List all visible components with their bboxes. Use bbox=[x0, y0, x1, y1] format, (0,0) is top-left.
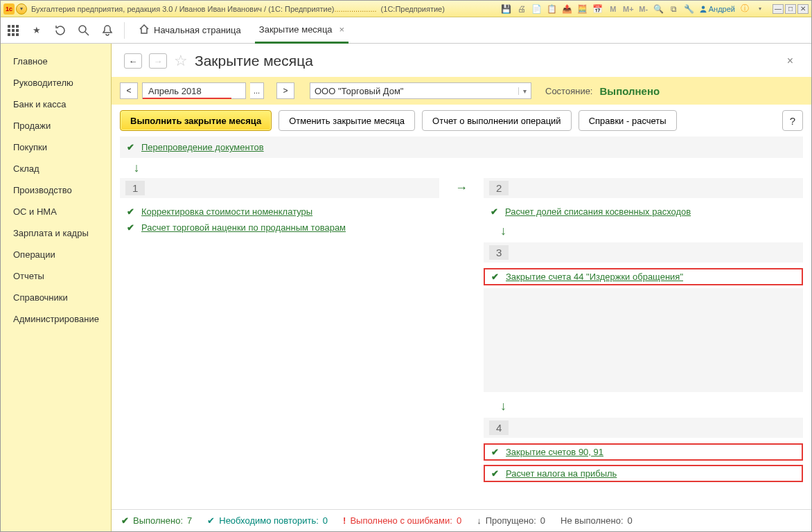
workflow-column-right: 2 ✔ Расчет долей списания косвенных расх… bbox=[484, 178, 803, 482]
svg-rect-7 bbox=[8, 33, 10, 36]
sidebar-item-salary[interactable]: Зарплата и кадры bbox=[1, 222, 111, 244]
maximize-button[interactable]: □ bbox=[785, 4, 796, 14]
doc-icon[interactable]: 📄 bbox=[531, 3, 542, 15]
status-notdone-count: 0 bbox=[628, 515, 633, 526]
status-notdone-label: Не выполнено: bbox=[561, 515, 623, 526]
app-menu-dropdown[interactable]: ▾ bbox=[16, 3, 27, 15]
sidebar-item-manager[interactable]: Руководителю bbox=[1, 72, 111, 94]
period-picker-button[interactable]: ... bbox=[250, 82, 264, 99]
status-errors-label: Выполнено с ошибками: bbox=[350, 515, 452, 526]
arrow-down-icon: ↓ bbox=[130, 161, 143, 175]
control-bar: < Апрель 2018 ... > ООО "Торговый Дом" ▾… bbox=[112, 77, 811, 105]
organization-select[interactable]: ООО "Торговый Дом" ▾ bbox=[310, 82, 531, 99]
operations-report-button[interactable]: Отчет о выполнении операций bbox=[422, 110, 572, 131]
bell-icon[interactable] bbox=[100, 24, 114, 37]
task-indirect-costs-link[interactable]: Расчет долей списания косвенных расходов bbox=[505, 206, 691, 217]
workflow-content: ✔ Перепроведение документов ↓ 1 ✔ Коррек… bbox=[112, 136, 811, 509]
print-icon[interactable]: 🖨 bbox=[516, 3, 527, 15]
favorite-icon[interactable]: ★ bbox=[30, 24, 44, 37]
sidebar-item-admin[interactable]: Администрирование bbox=[1, 308, 111, 330]
m-icon[interactable]: M bbox=[608, 3, 619, 15]
current-user[interactable]: Андрей bbox=[699, 5, 735, 13]
svg-rect-8 bbox=[12, 33, 15, 36]
stage-2-header: 2 bbox=[484, 178, 803, 198]
sidebar-item-warehouse[interactable]: Склад bbox=[1, 158, 111, 179]
stage-2-number: 2 bbox=[489, 181, 509, 195]
status-label: Состояние: bbox=[545, 86, 592, 96]
window-icon[interactable]: ⧉ bbox=[669, 3, 680, 15]
status-repeat-label: Необходимо повторить: bbox=[219, 515, 319, 526]
check-icon: ✔ bbox=[121, 515, 129, 526]
user-icon bbox=[699, 5, 707, 13]
task-cost-correction-link[interactable]: Корректировка стоимости номенклатуры bbox=[141, 206, 312, 217]
page-close-icon[interactable]: × bbox=[782, 52, 799, 70]
calc-icon[interactable]: 🧮 bbox=[577, 3, 588, 15]
info-icon[interactable]: ⓘ bbox=[739, 3, 750, 15]
save-icon[interactable]: 💾 bbox=[501, 3, 512, 15]
sidebar-item-operations[interactable]: Операции bbox=[1, 244, 111, 265]
app-name: (1С:Предприятие) bbox=[381, 5, 445, 13]
tab-closing-month[interactable]: Закрытие месяца × bbox=[255, 17, 348, 44]
tab-start-page[interactable]: Начальная страница bbox=[134, 17, 245, 44]
search-icon[interactable] bbox=[77, 24, 91, 37]
stage-4-header: 4 bbox=[484, 418, 803, 438]
nav-back-button[interactable]: ← bbox=[124, 53, 142, 69]
check-icon: ✔ bbox=[491, 272, 499, 282]
status-notdone: Не выполнено: 0 bbox=[561, 515, 633, 526]
references-button[interactable]: Справки - расчеты bbox=[579, 110, 677, 131]
tab-close-icon[interactable]: × bbox=[339, 24, 345, 35]
help-button[interactable]: ? bbox=[782, 110, 803, 131]
task-close-account-44-link[interactable]: Закрытие счета 44 "Издержки обращения" bbox=[506, 272, 683, 282]
status-skipped-label: Пропущено: bbox=[486, 515, 536, 526]
nav-forward-button[interactable]: → bbox=[149, 53, 167, 69]
stage-1-number: 1 bbox=[125, 181, 145, 195]
export-icon[interactable]: 📤 bbox=[562, 3, 573, 15]
user-name: Андрей bbox=[709, 5, 735, 13]
cancel-closing-button[interactable]: Отменить закрытие месяца bbox=[279, 110, 415, 131]
svg-point-0 bbox=[702, 6, 705, 9]
period-input[interactable]: Апрель 2018 bbox=[142, 82, 246, 99]
sidebar-item-catalogs[interactable]: Справочники bbox=[1, 287, 111, 308]
sidebar-item-sales[interactable]: Продажи bbox=[1, 115, 111, 136]
zoom-icon[interactable]: 🔍 bbox=[653, 3, 664, 15]
tools-icon[interactable]: 🔧 bbox=[684, 3, 695, 15]
m-minus-icon[interactable]: M- bbox=[638, 3, 649, 15]
close-button[interactable]: ✕ bbox=[797, 4, 809, 14]
apps-grid-icon[interactable] bbox=[6, 24, 20, 37]
status-done-label: Выполнено: bbox=[133, 515, 183, 526]
task-profit-tax-link[interactable]: Расчет налога на прибыль bbox=[506, 468, 617, 479]
reprovision-link[interactable]: Перепроведение документов bbox=[141, 142, 264, 152]
m-plus-icon[interactable]: M+ bbox=[623, 3, 634, 15]
reprovision-row: ✔ Перепроведение документов bbox=[120, 136, 803, 158]
svg-line-11 bbox=[85, 32, 89, 35]
action-bar: Выполнить закрытие месяца Отменить закры… bbox=[112, 105, 811, 136]
minimize-button[interactable]: — bbox=[773, 4, 784, 14]
task-markup-calc-link[interactable]: Расчет торговой наценки по проданным тов… bbox=[141, 222, 346, 233]
sidebar-item-bank[interactable]: Банк и касса bbox=[1, 94, 111, 115]
sidebar-item-production[interactable]: Производство bbox=[1, 179, 111, 201]
calendar-icon[interactable]: 📅 bbox=[592, 3, 603, 15]
tab-start-label: Начальная страница bbox=[154, 25, 241, 35]
task-close-90-91-link[interactable]: Закрытие счетов 90, 91 bbox=[506, 447, 603, 457]
sidebar-item-main[interactable]: Главное bbox=[1, 51, 111, 72]
arrow-column: → bbox=[453, 178, 470, 195]
info-dropdown-icon[interactable]: ▾ bbox=[754, 3, 766, 15]
task-row: ✔ Расчет торговой наценки по проданным т… bbox=[120, 220, 439, 236]
clipboard-icon[interactable]: 📋 bbox=[547, 3, 558, 15]
stage-1-header: 1 bbox=[120, 178, 439, 198]
period-prev-button[interactable]: < bbox=[120, 82, 138, 99]
status-errors-count: 0 bbox=[457, 515, 461, 526]
sidebar-item-assets[interactable]: ОС и НМА bbox=[1, 201, 111, 222]
task-row: ✔ Расчет долей списания косвенных расход… bbox=[484, 204, 803, 220]
svg-rect-5 bbox=[12, 29, 15, 32]
history-icon[interactable] bbox=[53, 24, 67, 37]
sidebar-item-reports[interactable]: Отчеты bbox=[1, 265, 111, 287]
dropdown-arrow-icon: ▾ bbox=[518, 87, 527, 95]
sidebar-item-purchases[interactable]: Покупки bbox=[1, 136, 111, 158]
execute-closing-button[interactable]: Выполнить закрытие месяца bbox=[120, 110, 272, 131]
arrow-down-icon: ↓ bbox=[500, 224, 514, 238]
period-next-button[interactable]: > bbox=[276, 82, 294, 99]
repeat-icon: ✔ bbox=[207, 515, 215, 526]
titlebar-icons: 💾 🖨 📄 📋 📤 🧮 📅 M M+ M- 🔍 ⧉ 🔧 Андрей ⓘ ▾ bbox=[501, 3, 766, 15]
favorite-star-icon[interactable]: ☆ bbox=[174, 52, 188, 70]
